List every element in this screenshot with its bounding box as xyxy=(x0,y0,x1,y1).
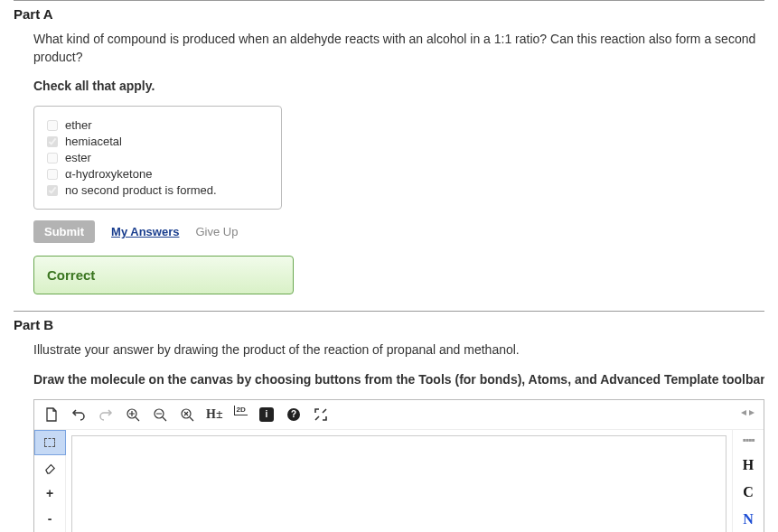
marquee-icon xyxy=(44,438,55,447)
atom-h-button[interactable]: H xyxy=(736,453,760,477)
option-label: ester xyxy=(65,151,91,164)
part-a-question: What kind of compound is produced when a… xyxy=(33,31,764,66)
option-label: no second product is formed. xyxy=(65,183,217,197)
option-row: α-hydroxyketone xyxy=(47,167,268,181)
new-file-icon[interactable] xyxy=(43,406,60,423)
toolbar-nav-arrows[interactable]: ◂ ▸ xyxy=(741,406,755,418)
my-answers-link[interactable]: My Answers xyxy=(111,225,179,238)
option-checkbox-ether[interactable] xyxy=(47,120,58,131)
atom-c-button[interactable]: C xyxy=(736,481,760,504)
marquee-tool-button[interactable] xyxy=(34,430,66,455)
option-row: no second product is formed. xyxy=(47,183,268,197)
part-b-label: Part B xyxy=(14,317,764,332)
option-checkbox-no-second-product[interactable] xyxy=(47,185,58,196)
part-a-label: Part A xyxy=(14,6,764,22)
option-checkbox-hemiacetal[interactable] xyxy=(47,136,58,147)
atom-n-button[interactable]: N xyxy=(736,508,760,531)
info-icon[interactable]: i xyxy=(258,406,275,423)
option-label: hemiacetal xyxy=(65,135,122,148)
periodic-table-icon[interactable]: ▪▪▪▪ xyxy=(742,434,754,446)
part-b-question: Illustrate your answer by drawing the pr… xyxy=(33,341,764,359)
svg-text:?: ? xyxy=(291,409,296,419)
submit-button[interactable]: Submit xyxy=(33,220,95,243)
help-icon[interactable]: ? xyxy=(286,406,302,423)
part-b-instruction: Draw the molecule on the canvas by choos… xyxy=(33,372,764,387)
charge-minus-button[interactable]: - xyxy=(34,506,66,531)
charge-plus-button[interactable]: + xyxy=(34,481,66,506)
feedback-correct: Correct xyxy=(33,256,294,294)
hydrogen-toggle-button[interactable]: H± xyxy=(206,406,223,423)
fullscreen-icon[interactable] xyxy=(313,406,329,423)
toolbar-right: ▪▪▪▪ H C N xyxy=(732,430,764,532)
part-a-instruction: Check all that apply. xyxy=(33,79,764,93)
zoom-reset-icon[interactable] xyxy=(179,406,195,423)
toolbar-top: H± 2D i ? ◂ ▸ xyxy=(34,400,764,430)
undo-icon[interactable] xyxy=(70,406,87,423)
option-checkbox-ahydroxyketone[interactable] xyxy=(47,169,58,180)
chevron-left-icon: ◂ xyxy=(741,406,746,418)
give-up-link[interactable]: Give Up xyxy=(195,225,238,238)
option-row: hemiacetal xyxy=(47,135,268,148)
drawing-canvas[interactable] xyxy=(71,435,726,532)
eraser-tool-button[interactable] xyxy=(34,455,66,481)
part-a-options-box: ether hemiacetal ester α-hydroxyketone n… xyxy=(33,106,282,210)
zoom-in-icon[interactable] xyxy=(125,406,141,423)
option-checkbox-ester[interactable] xyxy=(47,153,58,163)
toolbar-left: + - xyxy=(34,430,66,532)
view-2d-button[interactable]: 2D xyxy=(234,406,248,423)
drawing-canvas-box: H± 2D i ? ◂ ▸ + xyxy=(33,399,764,532)
option-row: ester xyxy=(47,151,268,164)
chevron-right-icon: ▸ xyxy=(749,406,755,418)
redo-icon[interactable] xyxy=(98,406,114,423)
zoom-out-icon[interactable] xyxy=(152,406,168,423)
option-label: ether xyxy=(65,118,92,132)
option-label: α-hydroxyketone xyxy=(65,167,152,181)
option-row: ether xyxy=(47,118,268,132)
